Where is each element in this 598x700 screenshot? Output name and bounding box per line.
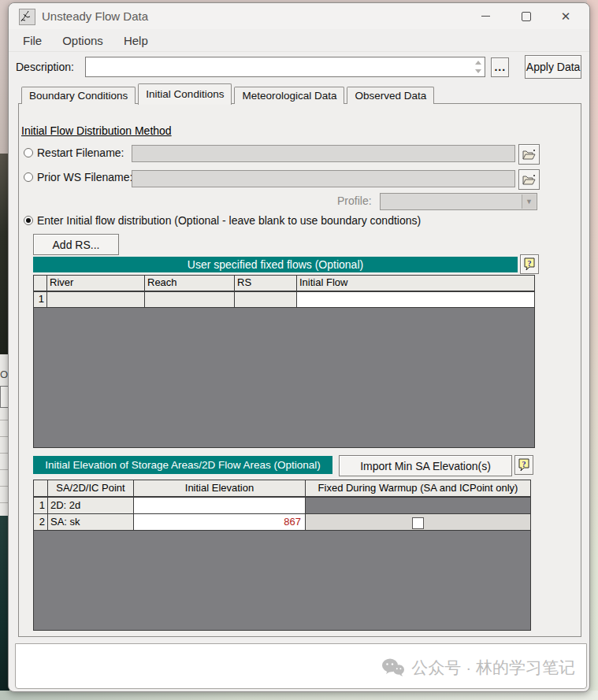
restart-browse-button[interactable]	[518, 144, 540, 165]
elevation-table: SA/2D/IC Point Initial Elevation Fixed D…	[33, 480, 531, 631]
open-folder-icon	[522, 174, 536, 185]
col-num	[34, 480, 48, 496]
col-num	[34, 276, 47, 291]
menu-file[interactable]: File	[23, 34, 42, 47]
point-cell: SA: sk	[48, 514, 134, 530]
description-input-wrap	[85, 57, 486, 77]
import-min-sa-elevation-button[interactable]: Import Min SA Elevation(s)	[339, 455, 512, 476]
unsteady-flow-app-icon	[19, 9, 35, 25]
menu-help[interactable]: Help	[124, 34, 148, 47]
col-reach: Reach	[145, 276, 235, 291]
apply-data-button[interactable]: Apply Data	[525, 55, 581, 79]
col-rs: RS	[235, 276, 297, 291]
elevation-header: Initial Elevation of Storage Areas/2D Fl…	[33, 456, 332, 474]
point-cell: 2D: 2d	[48, 498, 134, 513]
warmup-cell-disabled	[306, 498, 530, 513]
wechat-icon	[381, 657, 405, 678]
profile-dropdown: ▼	[380, 193, 537, 210]
fixed-flows-table: River Reach RS Initial Flow 1	[33, 275, 535, 448]
fixed-during-warmup-checkbox[interactable]	[412, 517, 424, 529]
prior-ws-radio[interactable]	[24, 172, 33, 182]
initial-flow-cell[interactable]	[297, 292, 534, 307]
col-river: River	[47, 276, 145, 291]
description-row: Description: ... Apply Data	[16, 55, 581, 79]
svg-text:?: ?	[528, 259, 532, 268]
tab-boundary-conditions[interactable]: Boundary Conditions	[21, 87, 136, 104]
prior-ws-filename-field	[132, 170, 515, 187]
col-sa-2d-ic-point: SA/2D/IC Point	[48, 480, 134, 496]
unsteady-flow-data-window: Unsteady Flow Data ✕ File Options Help D…	[8, 2, 590, 692]
svg-text:?: ?	[522, 460, 526, 469]
bottom-panel: 公众号 · 林的学习笔记	[15, 643, 587, 689]
warmup-cell	[306, 514, 530, 530]
restart-radio[interactable]	[24, 148, 33, 157]
col-initial-flow: Initial Flow	[297, 276, 534, 291]
col-initial-elevation: Initial Elevation	[134, 480, 306, 496]
prior-ws-label: Prior WS Filename:	[37, 171, 132, 183]
row-number-cell: 2	[34, 514, 48, 530]
tab-meteorological-data[interactable]: Meteorological Data	[234, 87, 344, 104]
restart-label: Restart Filename:	[37, 146, 124, 159]
minimize-icon	[481, 16, 490, 17]
menu-bar: File Options Help	[9, 29, 589, 52]
close-button[interactable]: ✕	[548, 3, 583, 29]
watermark-text: 公众号 · 林的学习笔记	[411, 657, 575, 679]
desktop: Op Unsteady Flow Data ✕ File Options Hel…	[0, 0, 598, 700]
minimize-button[interactable]	[468, 3, 503, 29]
initial-elevation-cell[interactable]: 867	[134, 514, 306, 530]
initial-conditions-page: Initial Flow Distribution Method Restart…	[18, 103, 581, 637]
description-expand-button[interactable]: ...	[491, 57, 509, 77]
description-spinner[interactable]	[473, 58, 484, 76]
enter-flow-radio[interactable]	[24, 216, 33, 225]
description-label: Description:	[16, 61, 85, 73]
add-rs-button[interactable]: Add RS...	[33, 234, 119, 255]
menu-options[interactable]: Options	[62, 34, 103, 47]
window-title: Unsteady Flow Data	[42, 9, 148, 23]
maximize-icon	[522, 12, 531, 21]
fixed-flows-header: User specified fixed flows (Optional)	[33, 257, 518, 272]
col-fixed-during-warmup: Fixed During Warmup (SA and ICPoint only…	[306, 480, 530, 496]
restart-filename-field	[132, 145, 515, 162]
rs-cell[interactable]	[235, 292, 297, 307]
fixed-flows-help-button[interactable]: ?	[520, 254, 539, 274]
prior-ws-browse-button[interactable]	[518, 169, 540, 190]
row-number-cell: 1	[34, 292, 47, 307]
table-row: 1 2D: 2d	[34, 498, 530, 514]
enter-flow-label: Enter Initial flow distribution (Optiona…	[37, 214, 421, 227]
profile-label: Profile:	[337, 194, 372, 207]
spinner-down-icon[interactable]	[475, 69, 481, 73]
close-icon: ✕	[561, 9, 571, 24]
help-icon: ?	[518, 458, 530, 472]
tab-initial-conditions[interactable]: Initial Conditions	[138, 83, 232, 105]
reach-cell[interactable]	[145, 292, 235, 307]
section-heading: Initial Flow Distribution Method	[21, 124, 172, 137]
table-header-row: SA/2D/IC Point Initial Elevation Fixed D…	[34, 480, 530, 498]
table-row: 1	[34, 292, 534, 308]
watermark: 公众号 · 林的学习笔记	[381, 657, 575, 679]
maximize-button[interactable]	[509, 3, 544, 29]
initial-elevation-cell[interactable]	[134, 498, 306, 513]
tab-observed-data[interactable]: Observed Data	[347, 87, 434, 104]
spinner-up-icon[interactable]	[475, 61, 481, 65]
river-cell[interactable]	[47, 292, 145, 307]
table-header-row: River Reach RS Initial Flow	[34, 276, 534, 292]
elevation-help-button[interactable]: ?	[514, 455, 533, 475]
description-input[interactable]	[85, 57, 486, 77]
row-number-cell: 1	[34, 498, 48, 513]
table-row: 2 SA: sk 867	[34, 514, 530, 531]
help-icon: ?	[523, 257, 536, 271]
chevron-down-icon: ▼	[522, 194, 536, 209]
tab-bar: Boundary Conditions Initial Conditions M…	[21, 83, 436, 104]
title-bar[interactable]: Unsteady Flow Data ✕	[9, 3, 589, 29]
open-folder-icon	[522, 149, 536, 160]
